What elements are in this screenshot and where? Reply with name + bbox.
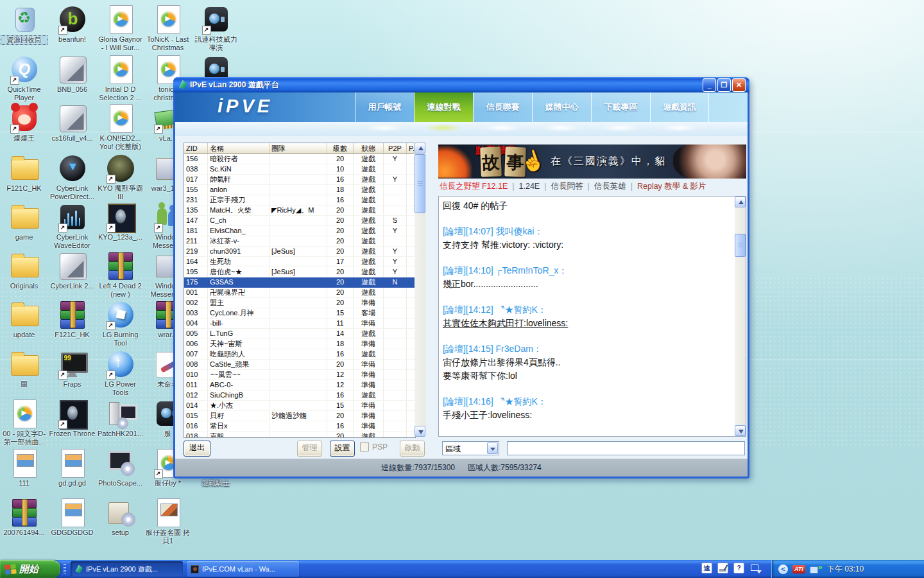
- forum-link[interactable]: 信長之野望 F12.1E: [440, 182, 508, 191]
- scroll-up-button[interactable]: [415, 143, 425, 153]
- table-row[interactable]: 155anlon18遊戲: [184, 185, 416, 195]
- tab-4[interactable]: 媒體中心: [532, 92, 591, 122]
- table-row[interactable]: 007吃龜頭的人16遊戲: [184, 349, 416, 360]
- tab-2[interactable]: 連線對戰: [414, 92, 473, 122]
- player-table-scrollbar[interactable]: [415, 143, 425, 437]
- table-row[interactable]: 015貝籽沙膽過沙膽20準備: [184, 411, 416, 421]
- ime-icon[interactable]: 速: [701, 563, 712, 574]
- window-titlebar[interactable]: IPvE vLan 2900 遊戲平台 _ ❐ ✕: [173, 77, 749, 92]
- desktop-icon-folder[interactable]: Originals: [1, 250, 47, 290]
- scroll-thumb[interactable]: [735, 234, 746, 257]
- table-row[interactable]: 004-bill-11準備: [184, 319, 416, 329]
- desktop-icon-folder[interactable]: 圖: [1, 349, 47, 389]
- table-row[interactable]: 006天神~宙斯18準備: [184, 339, 416, 349]
- desktop-icon-folder[interactable]: update: [1, 299, 47, 339]
- tab-3[interactable]: 信長聯賽: [473, 92, 532, 122]
- table-row[interactable]: 005L.TunG14遊戲: [184, 329, 416, 339]
- chat-scrollbar[interactable]: [735, 197, 746, 436]
- tab-6[interactable]: 遊戲資訊: [650, 92, 709, 122]
- table-row[interactable]: 147C_ch20遊戲S7094: [184, 216, 416, 226]
- desktop-icon-film[interactable]: ↗訊連科技威力導演: [193, 4, 239, 52]
- desktop-icon-recycle[interactable]: ♻資源回收筒: [1, 4, 47, 45]
- manage-button[interactable]: 管理: [297, 441, 322, 457]
- desktop-icon-setup[interactable]: setup: [97, 497, 144, 537]
- table-row[interactable]: 003CycLone.月神15客場: [184, 308, 416, 319]
- network-tray-icon[interactable]: [810, 564, 821, 574]
- table-row[interactable]: 038Sc.KiN10遊戲: [184, 164, 416, 175]
- table-row[interactable]: 156暗殺行者20遊戲Y162...: [184, 154, 416, 164]
- table-row[interactable]: 211冰紅茶-v-20遊戲: [184, 236, 416, 247]
- forum-link[interactable]: 1.24E: [519, 182, 540, 191]
- column-header[interactable]: 狀態: [354, 143, 384, 154]
- desktop-icon-qt[interactable]: Q↗QuickTime Player: [1, 54, 47, 102]
- desktop-icon-pd[interactable]: ▼CyberLink PowerDirect...: [49, 153, 96, 201]
- desktop-icon-media[interactable]: ▶Initial D D Selection 2 ...: [97, 54, 144, 102]
- desktop-icon-folder[interactable]: F121C_HK: [1, 153, 47, 193]
- desktop-icon-wave[interactable]: ↗CyberLink WaveEditor: [49, 202, 96, 250]
- taskbar-task-2[interactable]: IPvE.COM vLan - Wa...: [187, 561, 299, 577]
- channel-select[interactable]: 區域: [442, 441, 499, 455]
- chevron-left-icon[interactable]: <: [778, 565, 788, 574]
- table-row[interactable]: 011ABC-0-12準備: [184, 380, 416, 390]
- desktop-icon-patch[interactable]: PatchHK201...: [97, 398, 144, 438]
- table-row[interactable]: 017帥氣軒16遊戲Y144...: [184, 175, 416, 185]
- table-row[interactable]: 231正宗手殘刀16遊戲: [184, 195, 416, 206]
- desktop-icon-folder[interactable]: game: [1, 202, 47, 241]
- taskbar-task-1[interactable]: IPvE vLan 2900 遊戲...: [71, 561, 183, 577]
- table-row[interactable]: 219chun3091[JeSus]20遊戲Y122...: [184, 247, 416, 257]
- column-header[interactable]: P2P: [384, 143, 407, 154]
- desktop-icon-fraps[interactable]: 99↗Fraps: [49, 349, 96, 389]
- table-row[interactable]: 016紫日x16準備: [184, 421, 416, 432]
- start-button[interactable]: 開始: [0, 560, 60, 578]
- desktop-icon-rar[interactable]: Left 4 Dead 2 (new ): [97, 250, 144, 299]
- launch-button[interactable]: 啟動: [400, 441, 425, 457]
- table-row[interactable]: 012SiuChingB16遊戲: [184, 390, 416, 401]
- forum-link[interactable]: 信長英雄: [594, 182, 626, 191]
- table-row[interactable]: 001卍屍魂界卍20遊戲: [184, 288, 416, 298]
- settings-button[interactable]: 設置: [330, 441, 355, 457]
- column-header[interactable]: 級數: [327, 143, 354, 154]
- help-icon[interactable]: ?: [733, 563, 744, 574]
- desktop-icon-lgburn[interactable]: ↗LG Burning Tool: [97, 299, 144, 347]
- desktop-icon-media[interactable]: ▶K-ON!!ED2... You! (完整版): [97, 103, 144, 151]
- desktop-icon-portrait[interactable]: ↗Frozen Throne: [49, 398, 96, 438]
- restore-window-icon[interactable]: [749, 563, 760, 574]
- desktop-icon-media[interactable]: ▶ToNicK - Last Christmas: [144, 4, 191, 52]
- column-header[interactable]: 名稱: [208, 143, 270, 154]
- desktop-icon-photoscape[interactable]: PhotoScape...: [97, 448, 144, 487]
- desktop-icon-rar[interactable]: 200761494...: [1, 497, 47, 537]
- desktop-icon-lgpower[interactable]: ↑↗LG Power Tools: [97, 349, 144, 397]
- desktop-icon-imgfile[interactable]: 111: [1, 448, 47, 487]
- table-row[interactable]: 008CaStle_蘋果20準備: [184, 360, 416, 370]
- scroll-thumb[interactable]: [415, 154, 425, 213]
- desktop-icon-rar[interactable]: F121C_HK: [49, 299, 96, 339]
- close-button[interactable]: ✕: [732, 78, 746, 92]
- desktop-icon-sig[interactable]: 服仔簽名圖 拷貝1: [144, 497, 191, 545]
- desktop-icon-imgfile[interactable]: GDGDGDGD: [49, 497, 96, 537]
- forum-link[interactable]: Replay 教學 & 影片: [637, 182, 706, 191]
- table-row[interactable]: 002盟主20準備: [184, 298, 416, 308]
- ad-banner[interactable]: 點擊讀取 故 事 ☝ 在《三國演義》中，貂: [438, 144, 746, 179]
- desktop-icon-media[interactable]: ▶Gloria Gaynor - I Will Sur...: [97, 4, 144, 52]
- desktop-icon-bbk[interactable]: ↗爆爆王: [1, 103, 47, 143]
- desktop-icon-media[interactable]: ▶00 - 頭文字D- 第一部插曲...: [1, 398, 47, 446]
- desktop-icon-portrait2[interactable]: ↗KYO_123a_...: [97, 202, 144, 241]
- scroll-up-button[interactable]: [735, 197, 746, 207]
- minimize-button[interactable]: _: [703, 78, 716, 92]
- desktop-icon-silver[interactable]: BNB_056: [49, 54, 96, 94]
- desktop-icon-imgfile[interactable]: gd.gd.gd: [49, 448, 96, 487]
- tablet-input-icon[interactable]: [717, 563, 728, 574]
- table-row[interactable]: 195唐伯虎~★[JeSus]20遊戲Y116...: [184, 267, 416, 277]
- psp-checkbox[interactable]: [360, 442, 369, 451]
- table-row[interactable]: 135MatcH。火柴◤RicHy◢。M20遊戲: [184, 206, 416, 216]
- chat-input[interactable]: [507, 441, 745, 455]
- chevron-down-icon[interactable]: [487, 442, 498, 454]
- column-header[interactable]: ZID: [184, 143, 208, 154]
- table-row[interactable]: 181ElvisChan_20遊戲Y151...: [184, 226, 416, 236]
- exit-button[interactable]: 退出: [184, 441, 210, 457]
- desktop-icon-bean[interactable]: b↗beanfun!: [49, 4, 96, 44]
- tab-1[interactable]: 用戶帳號: [355, 92, 414, 122]
- maximize-button[interactable]: ❐: [717, 78, 731, 92]
- forum-link[interactable]: 信長問答: [551, 182, 583, 191]
- table-row[interactable]: 018克熊20遊戲: [184, 432, 416, 439]
